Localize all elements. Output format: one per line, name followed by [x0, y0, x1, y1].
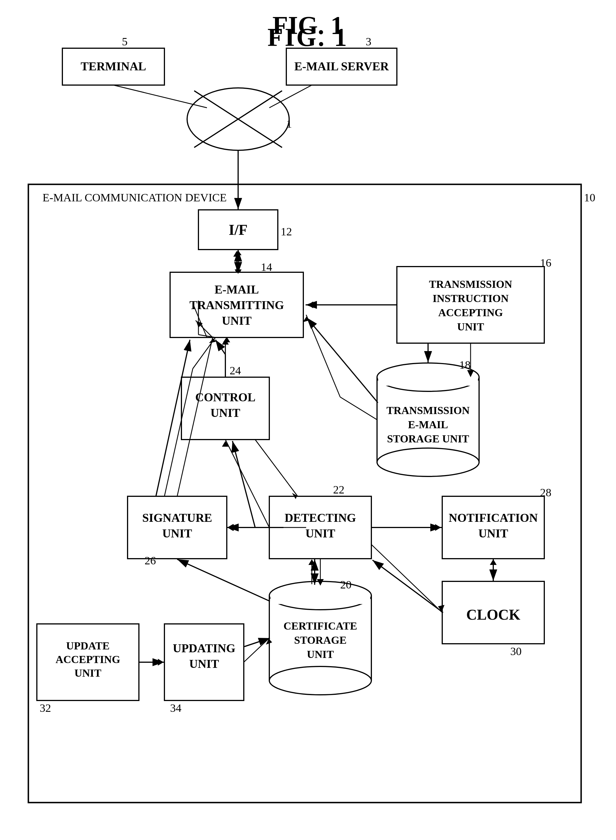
svg-text:UNIT: UNIT: [307, 648, 334, 660]
svg-text:FIG. 1: FIG. 1: [273, 11, 343, 40]
svg-text:INSTRUCTION: INSTRUCTION: [433, 292, 509, 304]
svg-text:1: 1: [286, 117, 292, 130]
svg-text:14: 14: [261, 261, 272, 273]
svg-text:16: 16: [540, 256, 551, 269]
svg-text:E-MAIL: E-MAIL: [215, 283, 259, 296]
svg-text:20: 20: [340, 578, 352, 591]
svg-text:32: 32: [40, 702, 51, 714]
svg-text:E-MAIL: E-MAIL: [408, 419, 448, 430]
svg-text:UPDATING: UPDATING: [173, 642, 236, 655]
svg-text:SIGNATURE: SIGNATURE: [142, 511, 212, 524]
svg-text:TRANSMISSION: TRANSMISSION: [386, 404, 470, 416]
svg-text:CONTROL: CONTROL: [195, 391, 255, 404]
svg-text:30: 30: [510, 645, 522, 658]
svg-text:UNIT: UNIT: [189, 657, 219, 670]
svg-text:E-MAIL SERVER: E-MAIL SERVER: [294, 60, 389, 73]
svg-rect-67: [270, 596, 370, 604]
svg-text:TRANSMITTING: TRANSMITTING: [189, 299, 284, 312]
svg-line-11: [113, 85, 207, 108]
svg-text:ACCEPTING: ACCEPTING: [56, 653, 120, 665]
svg-text:UNIT: UNIT: [222, 314, 251, 327]
svg-text:UNIT: UNIT: [457, 321, 484, 333]
svg-text:UNIT: UNIT: [210, 407, 240, 419]
svg-text:CERTIFICATE: CERTIFICATE: [283, 620, 357, 632]
svg-text:NOTIFICATION: NOTIFICATION: [449, 511, 538, 524]
svg-text:TERMINAL: TERMINAL: [81, 60, 146, 73]
svg-text:E-MAIL COMMUNICATION DEVICE: E-MAIL COMMUNICATION DEVICE: [43, 191, 227, 204]
svg-text:DETECTING: DETECTING: [285, 511, 356, 524]
svg-text:18: 18: [459, 358, 471, 371]
svg-text:I/F: I/F: [229, 222, 248, 238]
svg-text:UNIT: UNIT: [478, 527, 508, 540]
svg-text:34: 34: [170, 702, 182, 714]
svg-text:5: 5: [122, 35, 128, 48]
svg-point-66: [269, 667, 371, 695]
svg-text:10: 10: [584, 191, 595, 204]
svg-text:22: 22: [333, 483, 345, 496]
svg-text:UNIT: UNIT: [74, 667, 101, 679]
svg-text:CLOCK: CLOCK: [466, 607, 521, 623]
svg-text:24: 24: [230, 364, 241, 377]
diagram-area: FIG. 1 FIG. 1 TERMINAL 5 E-MAIL SERVER 3…: [0, 0, 616, 794]
svg-text:3: 3: [366, 35, 371, 48]
svg-text:28: 28: [540, 486, 551, 499]
svg-text:STORAGE UNIT: STORAGE UNIT: [387, 433, 469, 445]
svg-point-37: [377, 448, 479, 476]
svg-text:ACCEPTING: ACCEPTING: [438, 307, 503, 319]
svg-text:UNIT: UNIT: [305, 527, 335, 540]
svg-text:UNIT: UNIT: [162, 527, 192, 540]
svg-text:STORAGE: STORAGE: [294, 634, 346, 646]
svg-line-12: [269, 85, 312, 108]
svg-text:12: 12: [281, 225, 292, 238]
svg-rect-38: [378, 377, 478, 386]
svg-text:UPDATE: UPDATE: [66, 640, 109, 652]
svg-text:TRANSMISSION: TRANSMISSION: [429, 278, 512, 290]
svg-text:26: 26: [145, 554, 156, 567]
